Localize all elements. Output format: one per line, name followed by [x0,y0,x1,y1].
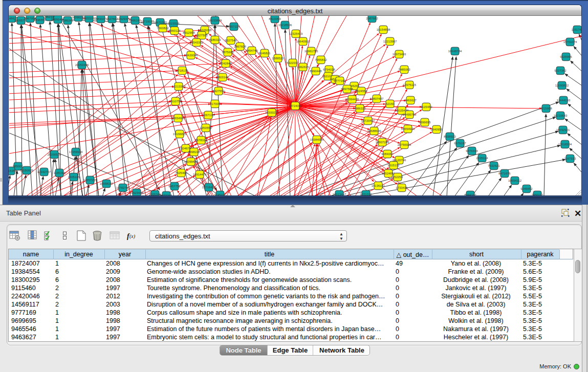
svg-text:1167533: 1167533 [564,157,577,160]
svg-text:9327546: 9327546 [225,39,237,42]
svg-text:9457751: 9457751 [168,185,181,188]
svg-text:16543362: 16543362 [190,41,204,44]
svg-text:252254: 252254 [393,176,403,179]
svg-text:8813054: 8813054 [269,17,281,20]
svg-text:10973493: 10973493 [393,53,406,56]
svg-text:16099486: 16099486 [184,160,198,163]
svg-text:6794028: 6794028 [323,68,335,71]
svg-text:9084067: 9084067 [381,152,394,156]
svg-text:3624554: 3624554 [355,90,367,93]
svg-text:19218506: 19218506 [278,24,292,27]
svg-text:16782759: 16782759 [116,186,130,189]
svg-text:17857255: 17857255 [83,179,97,182]
svg-text:62160: 62160 [386,102,395,105]
svg-text:1640956: 1640956 [430,128,443,131]
svg-text:16648784: 16648784 [448,50,462,53]
svg-text:9777169: 9777169 [334,79,346,82]
svg-text:7632621: 7632621 [488,164,500,167]
svg-text:8836551: 8836551 [34,18,46,21]
svg-text:9327505: 9327505 [195,34,208,37]
svg-text:4498222: 4498222 [188,150,200,154]
svg-text:9245652: 9245652 [520,187,533,190]
svg-text:1733436: 1733436 [396,186,408,189]
svg-text:10807487: 10807487 [370,97,384,100]
svg-text:9699695: 9699695 [419,121,431,124]
svg-text:9146821: 9146821 [258,52,271,55]
svg-text:16640910: 16640910 [296,40,310,43]
svg-text:2450112: 2450112 [532,193,544,196]
svg-text:23420046: 23420046 [184,54,198,57]
svg-text:12975115: 12975115 [403,83,417,86]
svg-text:2867608: 2867608 [234,45,246,48]
svg-text:9115460: 9115460 [421,105,433,108]
svg-text:6497568: 6497568 [341,87,353,91]
svg-text:10958187: 10958187 [100,182,114,185]
svg-text:18724007: 18724007 [289,104,302,107]
svg-text:3267130: 3267130 [202,114,214,117]
svg-text:10688609: 10688609 [367,129,381,133]
svg-text:9463627: 9463627 [404,99,417,102]
svg-text:9331012: 9331012 [360,193,372,196]
svg-text:15720407: 15720407 [361,119,375,122]
svg-text:23300275: 23300275 [265,111,279,114]
svg-text:7515526: 7515526 [167,22,180,25]
svg-text:14136141: 14136141 [372,184,385,187]
svg-text:9227342: 9227342 [554,69,567,72]
svg-text:2935114: 2935114 [476,157,489,160]
svg-text:1362615: 1362615 [297,65,309,69]
svg-text:18807249: 18807249 [376,141,389,144]
svg-text:2803144: 2803144 [216,76,229,79]
svg-text:1145194: 1145194 [54,171,66,174]
svg-text:18654935: 18654935 [171,117,185,120]
svg-text:1673345: 1673345 [160,194,172,196]
svg-text:1353554: 1353554 [200,126,212,129]
svg-text:17016504: 17016504 [558,143,572,146]
svg-text:8427552: 8427552 [212,90,225,93]
svg-text:10654112: 10654112 [508,179,522,182]
svg-text:6466160: 6466160 [129,19,141,22]
svg-text:7625402: 7625402 [175,171,187,174]
svg-text:19166823: 19166823 [173,133,187,136]
svg-text:12444193: 12444193 [557,99,571,102]
svg-text:16914479: 16914479 [193,173,207,176]
svg-text:2087682: 2087682 [366,17,378,20]
svg-text:10154838: 10154838 [377,28,390,31]
svg-text:1610755: 1610755 [169,100,182,103]
svg-text:16671385: 16671385 [154,21,167,24]
svg-text:817006: 817006 [210,102,221,105]
svg-text:(x): (x) [129,233,136,239]
svg-text:16913447: 16913447 [333,193,346,196]
svg-text:2718176: 2718176 [176,69,188,72]
svg-text:20756928: 20756928 [398,143,411,146]
svg-text:9329966: 9329966 [560,55,572,58]
svg-text:17359924: 17359924 [69,150,83,154]
svg-text:8944102: 8944102 [464,193,476,196]
svg-text:16033809: 16033809 [208,19,222,22]
svg-text:10719185: 10719185 [141,20,155,23]
svg-text:12325419: 12325419 [289,32,303,35]
svg-text:8938923: 8938923 [444,135,456,138]
svg-text:7857224: 7857224 [228,25,240,28]
svg-text:8678312: 8678312 [195,139,207,142]
svg-text:8454749: 8454749 [246,49,258,52]
svg-text:9474444: 9474444 [466,149,478,152]
svg-text:1186241: 1186241 [62,19,74,22]
svg-text:7955812: 7955812 [315,58,327,61]
svg-text:8215958: 8215958 [540,107,552,110]
svg-text:12923448: 12923448 [130,191,144,194]
svg-text:12213363: 12213363 [172,85,186,88]
svg-text:1527602: 1527602 [106,17,118,20]
svg-text:11156829: 11156829 [20,169,33,172]
svg-text:12093822: 12093822 [555,84,569,87]
svg-text:15751074: 15751074 [563,40,577,43]
svg-text:6679197: 6679197 [454,142,466,145]
svg-text:9242848: 9242848 [220,62,232,65]
svg-text:16210643: 16210643 [554,114,568,117]
svg-text:15692921: 15692921 [556,128,570,132]
svg-text:1505115: 1505115 [68,176,80,179]
svg-text:8912954: 8912954 [183,31,195,34]
svg-text:12213967: 12213967 [383,40,397,43]
svg-text:9245011: 9245011 [214,193,227,196]
svg-text:1332519: 1332519 [581,33,582,36]
svg-text:7663822: 7663822 [157,27,169,30]
